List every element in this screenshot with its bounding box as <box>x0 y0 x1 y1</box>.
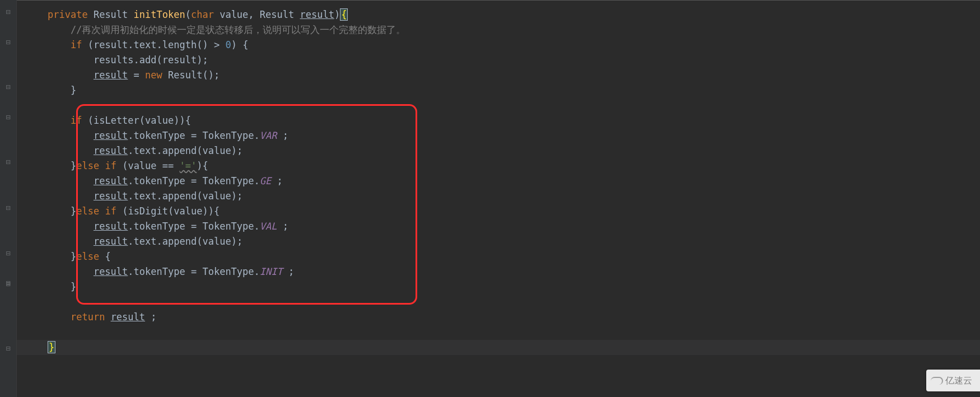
fold-icon[interactable]: ⊟ <box>5 39 11 45</box>
fold-icon[interactable]: ⊟ <box>5 84 11 90</box>
fold-icon[interactable]: ⊟ <box>5 159 11 165</box>
code-text: private Result initToken(char value, Res… <box>48 7 980 355</box>
gutter: ⊟ ⊟ ⊟ ⊟ ⊟ ⊟ ⊟ ⊟ ⊟ ⊟ <box>0 0 17 397</box>
code-area[interactable]: private Result initToken(char value, Res… <box>17 0 980 397</box>
watermark-text: 亿速云 <box>945 376 972 385</box>
fold-icon[interactable]: ⊟ <box>5 114 11 120</box>
fold-icon[interactable]: ⊟ <box>5 345 11 352</box>
fold-icon[interactable]: ⊟ <box>5 250 11 256</box>
watermark-badge: 亿速云 <box>926 370 980 391</box>
fold-icon[interactable]: ⊟ <box>5 205 11 211</box>
code-editor[interactable]: ⊟ ⊟ ⊟ ⊟ ⊟ ⊟ ⊟ ⊟ ⊟ ⊟ private Result initT… <box>0 0 980 397</box>
fold-icon[interactable]: ⊟ <box>5 281 11 287</box>
fold-icon[interactable]: ⊟ <box>5 9 11 15</box>
